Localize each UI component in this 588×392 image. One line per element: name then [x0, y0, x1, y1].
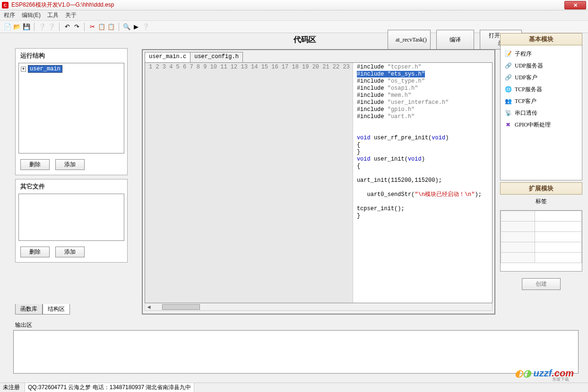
- new-icon[interactable]: 📄: [4, 23, 11, 31]
- menu-about[interactable]: 关于: [65, 11, 77, 19]
- module-icon: ✖: [504, 121, 512, 129]
- delete-file-button[interactable]: 删除: [20, 247, 50, 257]
- module-label: 串口透传: [515, 109, 537, 117]
- code-area-title: 代码区: [222, 35, 388, 45]
- help3-icon[interactable]: ❔: [142, 23, 149, 31]
- ext-modules-header: 扩展模块: [500, 182, 582, 195]
- other-files-title: 其它文件: [16, 179, 127, 193]
- basic-modules-list: 📝子程序🔗UDP服务器🔗UDP客户🌐TCP服务器👥TCP客户📡串口透传✖GPIO…: [500, 45, 582, 180]
- code-editor[interactable]: 1 2 3 4 5 6 7 8 9 10 11 12 13 14 15 16 1…: [145, 62, 493, 303]
- undo-icon[interactable]: ↶: [63, 23, 71, 31]
- module-item[interactable]: 🔗UDP客户: [502, 72, 580, 84]
- module-label: 子程序: [515, 50, 532, 58]
- tab-user-config[interactable]: user_config.h: [190, 52, 243, 62]
- module-icon: 🔗: [504, 62, 512, 70]
- code-content[interactable]: #include "tcpser.h" #include "ets_sys.h"…: [353, 63, 492, 303]
- title-bar: C ESP8266模块开发V1.0—G:\hhh\ddd.esp ✕: [0, 0, 588, 10]
- file-tabs: user_main.c user_config.h: [145, 52, 493, 62]
- recv-task-button[interactable]: at_recvTask(): [388, 30, 431, 50]
- tab-funclib[interactable]: 函数库: [15, 304, 43, 315]
- app-icon: C: [2, 2, 9, 9]
- property-grid[interactable]: [500, 210, 582, 272]
- add-struct-button[interactable]: 添加: [55, 159, 85, 170]
- module-label: UDP客户: [515, 74, 537, 82]
- module-label: TCP服务器: [515, 85, 542, 94]
- help2-icon[interactable]: ❔: [48, 23, 55, 31]
- find-icon[interactable]: 🔍: [123, 23, 130, 31]
- menu-bar: 程序 编辑(E) 工具 关于: [0, 10, 588, 21]
- tab-struct[interactable]: 结构区: [43, 304, 70, 315]
- copy-icon[interactable]: 📋: [98, 23, 105, 31]
- status-bar: 未注册 QQ:372604771 云海之梦 电话：13487180937 湖北省…: [0, 383, 588, 392]
- window-title: ESP8266模块开发V1.0—G:\hhh\ddd.esp: [11, 1, 564, 9]
- module-icon: 📡: [504, 110, 512, 117]
- close-button[interactable]: ✕: [564, 1, 586, 9]
- menu-tools[interactable]: 工具: [47, 11, 59, 19]
- status-unregistered: 未注册: [3, 383, 20, 392]
- help1-icon[interactable]: ❔: [38, 23, 46, 31]
- create-button[interactable]: 创建: [522, 278, 561, 290]
- cut-icon[interactable]: ✂: [88, 23, 96, 31]
- module-item[interactable]: 🌐TCP服务器: [502, 84, 580, 95]
- module-icon: 📝: [504, 51, 512, 58]
- tag-label: 标签: [500, 195, 582, 208]
- expand-icon[interactable]: +: [21, 67, 26, 72]
- scroll-thumb[interactable]: [162, 304, 200, 310]
- output-box[interactable]: [13, 330, 579, 374]
- module-label: TCP客户: [515, 97, 536, 105]
- add-file-button[interactable]: 添加: [55, 247, 85, 257]
- module-label: GPIO中断处理: [515, 121, 551, 129]
- module-item[interactable]: ✖GPIO中断处理: [502, 119, 580, 131]
- module-label: UDP服务器: [515, 62, 543, 70]
- run-structure-panel: 运行结构 + user_main 删除 添加: [15, 48, 128, 175]
- tab-user-main[interactable]: user_main.c: [145, 52, 190, 62]
- basic-modules-header: 基本模块: [500, 33, 582, 45]
- tree-root-label: user_main: [28, 65, 62, 73]
- delete-struct-button[interactable]: 删除: [20, 159, 50, 170]
- open-icon[interactable]: 📂: [13, 23, 21, 31]
- redo-icon[interactable]: ↷: [73, 23, 80, 31]
- module-icon: 🌐: [504, 86, 512, 94]
- module-item[interactable]: 👥TCP客户: [502, 95, 580, 107]
- save-icon[interactable]: 💾: [23, 23, 30, 31]
- line-gutter: 1 2 3 4 5 6 7 8 9 10 11 12 13 14 15 16 1…: [145, 63, 353, 303]
- watermark-sub: 东坡下载: [552, 376, 569, 383]
- module-item[interactable]: 📝子程序: [502, 48, 580, 60]
- paste-icon[interactable]: 📋: [107, 23, 115, 31]
- horizontal-scrollbar[interactable]: ◄: [145, 303, 493, 311]
- run-structure-title: 运行结构: [16, 49, 127, 62]
- editor-frame: user_main.c user_config.h 1 2 3 4 5 6 7 …: [142, 49, 495, 315]
- run-icon[interactable]: ▶: [132, 23, 140, 31]
- module-icon: 👥: [504, 98, 512, 105]
- left-tabs: 函数库 结构区: [15, 304, 70, 315]
- output-label: 输出区: [13, 320, 579, 330]
- module-icon: 🔗: [504, 74, 512, 82]
- compile-button[interactable]: 编译: [436, 30, 474, 50]
- other-files-list[interactable]: [18, 194, 124, 241]
- other-files-panel: 其它文件 删除 添加: [15, 179, 128, 263]
- menu-program[interactable]: 程序: [4, 11, 15, 19]
- menu-edit[interactable]: 编辑(E): [22, 11, 41, 19]
- tree-root-item[interactable]: + user_main: [21, 65, 122, 73]
- structure-tree[interactable]: + user_main: [18, 63, 124, 153]
- module-item[interactable]: 🔗UDP服务器: [502, 60, 580, 72]
- status-info: QQ:372604771 云海之梦 电话：13487180937 湖北省南漳县九…: [25, 383, 194, 392]
- module-item[interactable]: 📡串口透传: [502, 107, 580, 119]
